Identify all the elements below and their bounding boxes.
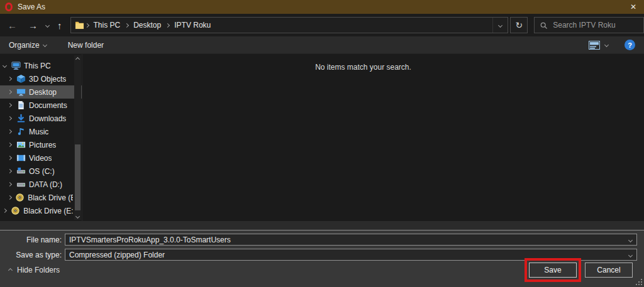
close-icon[interactable]: ✕ xyxy=(623,0,644,14)
os-drive-icon xyxy=(16,166,26,176)
sidebar-item-black-drive-e-child[interactable]: Black Drive (E:) xyxy=(0,191,82,204)
sidebar-item-downloads[interactable]: Downloads xyxy=(0,112,82,125)
expand-collapse-icon[interactable] xyxy=(8,156,16,160)
navigation-bar: ← → ↑ This PC Desktop IPTV Roku ↻ xyxy=(0,14,644,36)
expand-collapse-icon[interactable] xyxy=(3,64,11,67)
expand-collapse-icon[interactable] xyxy=(8,143,16,146)
scrollbar-thumb[interactable] xyxy=(75,144,80,210)
back-button[interactable]: ← xyxy=(0,17,23,33)
file-name-label: File name: xyxy=(0,236,65,244)
sidebar-item-this-pc[interactable]: This PC xyxy=(0,59,82,72)
forward-button[interactable]: → xyxy=(23,17,43,33)
chevron-down-icon xyxy=(498,23,502,27)
titlebar: Save As ✕ xyxy=(0,0,644,14)
help-icon[interactable]: ? xyxy=(625,40,635,50)
breadcrumb-separator-icon xyxy=(125,23,129,27)
folder-tree-sidebar: This PC 3D Objects Desktop xyxy=(0,54,82,221)
organize-button[interactable]: Organize xyxy=(9,41,47,50)
document-icon xyxy=(16,100,26,110)
new-folder-label: New folder xyxy=(68,41,104,50)
scroll-down-icon[interactable] xyxy=(76,212,79,220)
music-note-icon xyxy=(16,127,26,136)
view-options-dropdown[interactable] xyxy=(605,43,608,46)
folder-icon xyxy=(75,21,84,30)
breadcrumb-separator-icon xyxy=(165,23,170,27)
video-icon xyxy=(16,153,26,163)
expand-collapse-icon[interactable] xyxy=(8,90,16,94)
expand-collapse-icon[interactable] xyxy=(8,104,16,107)
file-list-area: No items match your search. xyxy=(82,54,644,221)
save-annotation-highlight: Save xyxy=(525,258,581,282)
sidebar-scrollbar[interactable] xyxy=(74,55,81,220)
sidebar-item-3d-objects[interactable]: 3D Objects xyxy=(0,72,82,85)
file-name-combobox xyxy=(65,234,637,246)
search-box xyxy=(534,17,644,33)
organize-label: Organize xyxy=(9,41,40,50)
chevron-down-icon xyxy=(604,43,609,47)
file-name-row: File name: xyxy=(0,234,644,246)
sidebar-item-os-c[interactable]: OS (C:) xyxy=(0,165,82,178)
chevron-down-icon xyxy=(43,43,47,47)
sidebar-item-music[interactable]: Music xyxy=(0,125,82,138)
chevron-down-icon xyxy=(45,23,50,27)
breadcrumb-this-pc[interactable]: This PC xyxy=(90,21,125,30)
download-icon xyxy=(16,114,26,123)
chevron-down-icon xyxy=(628,253,633,257)
disc-icon xyxy=(15,193,25,202)
sidebar-item-pictures[interactable]: Pictures xyxy=(0,138,82,151)
sidebar-item-videos[interactable]: Videos xyxy=(0,151,82,165)
disc-icon xyxy=(11,206,20,215)
expand-collapse-icon[interactable] xyxy=(8,170,16,173)
recent-locations-dropdown[interactable] xyxy=(43,17,52,33)
file-name-input[interactable] xyxy=(65,234,636,245)
resize-grip[interactable] xyxy=(636,279,643,286)
chevron-up-icon xyxy=(8,268,13,272)
address-bar[interactable]: This PC Desktop IPTV Roku xyxy=(70,17,509,33)
sidebar-item-documents[interactable]: Documents xyxy=(0,99,82,112)
picture-icon xyxy=(16,140,26,149)
search-icon xyxy=(540,21,548,30)
hide-folders-button[interactable]: Hide Folders xyxy=(9,266,60,274)
content-bottom-strip xyxy=(0,221,644,230)
monitor-icon xyxy=(11,61,21,70)
expand-collapse-icon[interactable] xyxy=(3,209,11,212)
expand-collapse-icon[interactable] xyxy=(8,196,15,199)
sidebar-item-desktop[interactable]: Desktop xyxy=(0,85,82,99)
breadcrumb-separator-icon xyxy=(84,23,89,27)
scroll-up-icon[interactable] xyxy=(76,55,79,63)
cube-icon xyxy=(16,74,26,84)
window-title: Save As xyxy=(18,3,45,11)
expand-collapse-icon[interactable] xyxy=(8,117,16,120)
breadcrumb-desktop[interactable]: Desktop xyxy=(130,21,165,30)
breadcrumb-iptv-roku[interactable]: IPTV Roku xyxy=(170,21,214,30)
action-buttons: Save Cancel xyxy=(525,258,633,282)
new-folder-button[interactable]: New folder xyxy=(68,41,104,50)
save-button[interactable]: Save xyxy=(529,263,577,278)
cancel-button[interactable]: Cancel xyxy=(585,263,633,278)
change-view-button[interactable] xyxy=(589,41,600,50)
expand-collapse-icon[interactable] xyxy=(8,183,16,186)
dialog-content: This PC 3D Objects Desktop xyxy=(0,54,644,221)
save-options-panel: File name: Save as type: Compressed (zip… xyxy=(0,230,644,287)
desktop-icon xyxy=(16,87,26,97)
up-button[interactable]: ↑ xyxy=(52,17,68,33)
search-input[interactable] xyxy=(553,21,638,30)
dialog-footer: Hide Folders Save Cancel xyxy=(0,257,644,283)
address-history-dropdown[interactable] xyxy=(492,18,508,33)
view-mode-icon xyxy=(589,41,600,50)
toolbar-right-group: ? xyxy=(589,40,635,50)
drive-icon xyxy=(16,180,26,189)
sidebar-item-data-d[interactable]: DATA (D:) xyxy=(0,178,82,191)
expand-collapse-icon[interactable] xyxy=(8,130,16,133)
sidebar-item-black-drive-e-root[interactable]: Black Drive (E:) xyxy=(0,204,82,217)
empty-results-message: No items match your search. xyxy=(315,63,411,72)
refresh-button[interactable]: ↻ xyxy=(510,17,528,33)
expand-collapse-icon[interactable] xyxy=(8,77,16,80)
opera-app-icon xyxy=(5,3,13,11)
hide-folders-label: Hide Folders xyxy=(17,266,60,274)
command-toolbar: Organize New folder ? xyxy=(0,36,644,54)
